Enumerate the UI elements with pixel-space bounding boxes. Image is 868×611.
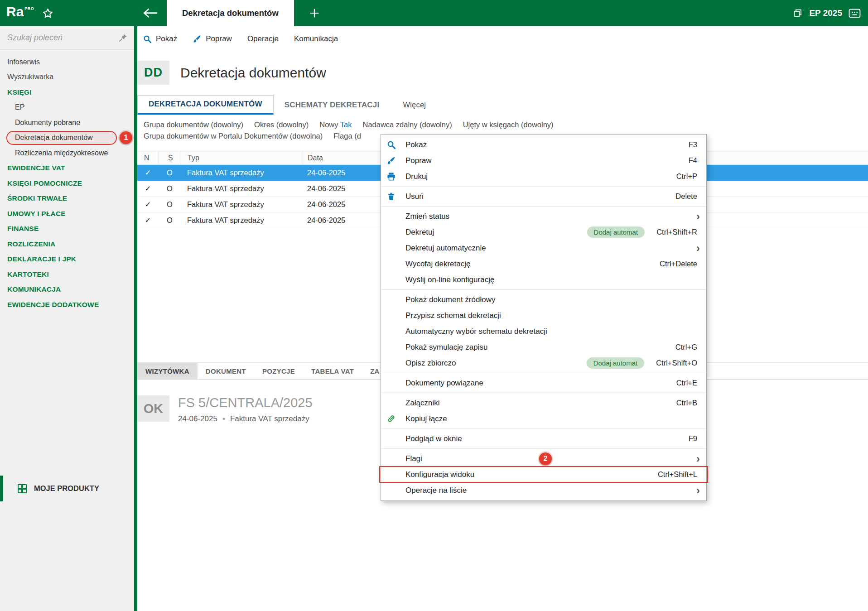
company-context[interactable]: EP 2025: [809, 8, 842, 18]
sidebar-item-label: FINANSE: [7, 225, 39, 233]
filter-grupa-dokumentow-dowolny[interactable]: Grupa dokumentów (dowolny): [144, 120, 243, 129]
menu-item-pokaz-dokument-zrodlowy[interactable]: Pokaż dokument źródłowy: [381, 292, 706, 308]
sidebar-item-deklaracje-i-jpk[interactable]: DEKLARACJE I JPK: [0, 252, 134, 267]
menu-item-usun[interactable]: UsuńDelete: [381, 188, 706, 204]
sidebar-item-ksiegi[interactable]: KSIĘGI: [0, 85, 134, 100]
menu-item-shortcut: Delete: [675, 192, 697, 201]
new-tab-plus-icon[interactable]: [309, 8, 320, 19]
menu-item-label: Pokaż symulację zapisu: [405, 343, 487, 352]
filter-ujety-w-ksiegach-dowolny[interactable]: Ujęty w księgach (dowolny): [463, 120, 554, 129]
menu-item-zmien-status[interactable]: Zmień status›: [381, 208, 706, 224]
cell-type: Faktura VAT sprzedaży: [181, 168, 303, 177]
menu-separator: [381, 428, 706, 429]
filter-grupa-dokumentow-w-portalu-dokumentow-dowolna[interactable]: Grupa dokumentów w Portalu Dokumentów (d…: [144, 132, 323, 140]
menu-item-dekretuj-automatycznie[interactable]: Dekretuj automatycznie›: [381, 240, 706, 256]
filter-okres-dowolny[interactable]: Okres (dowolny): [254, 120, 309, 129]
detail-tab-pozycje[interactable]: POZYCJE: [254, 363, 303, 379]
menubar-item-komunikacja[interactable]: Komunikacja: [294, 34, 338, 43]
module-badge: DD: [137, 61, 169, 85]
page-title: Dekretacja dokumentów: [180, 65, 326, 81]
sidebar-item-komunikacja[interactable]: KOMUNIKACJA: [0, 282, 134, 298]
back-arrow-icon[interactable]: [142, 8, 158, 19]
menu-item-label: Usuń: [405, 192, 424, 201]
menu-item-wyslij-on-line-konfiguracje[interactable]: Wyślij on-line konfigurację: [381, 272, 706, 288]
sidebar-item-dokumenty-pobrane[interactable]: Dokumenty pobrane: [0, 115, 134, 130]
tab-more[interactable]: Więcej: [390, 95, 439, 115]
annotation-badge-1: 1: [120, 131, 132, 144]
cell-status: O: [159, 184, 181, 193]
sidebar-item-label: KARTOTEKI: [7, 270, 49, 279]
sidebar-footer[interactable]: MOJE PRODUKTY: [0, 476, 134, 501]
automation-badge[interactable]: Dodaj automat: [587, 226, 645, 238]
sidebar-item-rozliczenia-miedzyokresowe[interactable]: Rozliczenia międzyokresowe: [0, 145, 134, 161]
automation-badge[interactable]: Dodaj automat: [587, 357, 645, 369]
filter-label: Nadawca zdalny (dowolny): [362, 120, 452, 129]
tab-schematy-dekretacji[interactable]: SCHEMATY DEKRETACJI: [274, 95, 391, 115]
sidebar-item-srodki-trwale[interactable]: ŚRODKI TRWAŁE: [0, 191, 134, 207]
menu-item-podglad-w-oknie[interactable]: Podgląd w oknieF9: [381, 431, 706, 447]
menu-item-pokaz[interactable]: PokażF3: [381, 137, 706, 153]
sidebar-item-rozliczenia[interactable]: ROZLICZENIA: [0, 236, 134, 252]
command-search[interactable]: Szukaj poleceń: [0, 26, 134, 50]
search-placeholder: Szukaj poleceń: [7, 33, 118, 43]
menu-item-kopiuj-lacze[interactable]: Kopiuj łącze: [381, 411, 706, 427]
menu-item-wycofaj-dekretacje[interactable]: Wycofaj dekretacjęCtrl+Delete: [381, 256, 706, 272]
app-window: RaPRO Dekretacja dokumentów EP 2025 Szuk…: [0, 0, 868, 611]
cell-type: Faktura VAT sprzedaży: [181, 216, 303, 225]
menu-item-flagi[interactable]: Flagi›2: [381, 451, 706, 467]
sidebar-item-wyszukiwarka[interactable]: Wyszukiwarka: [0, 70, 134, 85]
menubar-item-popraw[interactable]: Popraw: [193, 34, 232, 43]
tab-dekretacja-dokumentow[interactable]: DEKRETACJA DOKUMENTÓW: [137, 95, 274, 115]
favorites-star-icon[interactable]: [42, 7, 54, 19]
menu-item-automatyczny-wybor-schematu-dekretacji[interactable]: Automatyczny wybór schematu dekretacji: [381, 323, 706, 339]
menu-item-dekretuj[interactable]: DekretujDodaj automatCtrl+Shift+R: [381, 224, 706, 240]
menu-item-zalaczniki[interactable]: ZałącznikiCtrl+B: [381, 395, 706, 411]
filter-flaga-d[interactable]: Flaga (d: [333, 132, 361, 140]
sidebar-item-ewidencje-dodatkowe[interactable]: EWIDENCJE DODATKOWE: [0, 297, 134, 313]
menu-item-label: Automatyczny wybór schematu dekretacji: [405, 327, 547, 336]
pin-icon[interactable]: [118, 33, 128, 43]
app-logo[interactable]: RaPRO: [6, 4, 34, 20]
filter-value-link[interactable]: Tak: [340, 120, 352, 129]
sidebar-item-dekretacja-dokumentow[interactable]: Dekretacja dokumentów1: [0, 130, 134, 146]
detail-tab-dokument[interactable]: DOKUMENT: [198, 363, 254, 379]
detail-tab-tabela-vat[interactable]: TABELA VAT: [303, 363, 362, 379]
sidebar-item-label: EP: [15, 103, 24, 111]
menu-item-label: Wycofaj dekretację: [405, 260, 470, 269]
sidebar-item-ksiegi-pomocnicze[interactable]: KSIĘGI POMOCNICZE: [0, 176, 134, 191]
menu-item-popraw[interactable]: PoprawF4: [381, 153, 706, 168]
keyboard-icon[interactable]: [849, 9, 861, 18]
menu-item-operacje-na-liscie[interactable]: Operacje na liście›: [381, 482, 706, 498]
menu-item-label: Przypisz schemat dekretacji: [405, 311, 501, 320]
column-header-data[interactable]: Data: [303, 151, 381, 164]
open-tab[interactable]: Dekretacja dokumentów: [167, 0, 294, 26]
column-header-s[interactable]: S: [159, 151, 181, 164]
brush-icon: [386, 156, 405, 165]
status-badge: OK: [137, 395, 169, 422]
sidebar-item-finanse[interactable]: FINANSE: [0, 221, 134, 237]
sidebar-item-kartoteki[interactable]: KARTOTEKI: [0, 267, 134, 282]
menu-item-shortcut: Ctrl+Shift+O: [656, 359, 697, 367]
column-header-n[interactable]: N: [137, 151, 159, 164]
menu-item-konfiguracja-widoku[interactable]: Konfiguracja widokuCtrl+Shift+L: [381, 467, 706, 482]
printer-icon: [386, 172, 405, 181]
sidebar-item-ewidencje-vat[interactable]: EWIDENCJE VAT: [0, 161, 134, 176]
menubar-item-operacje[interactable]: Operacje: [247, 34, 279, 43]
menu-item-drukuj[interactable]: DrukujCtrl+P: [381, 168, 706, 184]
menu-item-dokumenty-powiazane[interactable]: Dokumenty powiązaneCtrl+E: [381, 375, 706, 391]
menubar-item-pokaz[interactable]: Pokaż: [143, 34, 177, 43]
menu-item-opisz-zbiorczo[interactable]: Opisz zbiorczoDodaj automatCtrl+Shift+O: [381, 355, 706, 371]
column-header-typ[interactable]: Typ: [181, 151, 303, 164]
menu-item-shortcut: Ctrl+Delete: [660, 260, 697, 268]
sidebar-item-ep[interactable]: EP: [0, 100, 134, 115]
detail-tab-wizytowka[interactable]: WIZYTÓWKA: [137, 363, 198, 379]
filter-nowy[interactable]: Nowy Tak: [319, 120, 352, 129]
page-header: DD Dekretacja dokumentów: [137, 61, 326, 85]
cell-checkmark: ✓: [137, 184, 159, 193]
filter-nadawca-zdalny-dowolny[interactable]: Nadawca zdalny (dowolny): [362, 120, 452, 129]
menu-item-przypisz-schemat-dekretacji[interactable]: Przypisz schemat dekretacji: [381, 308, 706, 323]
sidebar-item-infoserwis[interactable]: Infoserwis: [0, 54, 134, 70]
sidebar-item-umowy-i-place[interactable]: UMOWY I PŁACE: [0, 206, 134, 221]
menu-item-pokaz-symulacje-zapisu[interactable]: Pokaż symulację zapisuCtrl+G: [381, 339, 706, 355]
windows-icon[interactable]: [793, 8, 803, 18]
